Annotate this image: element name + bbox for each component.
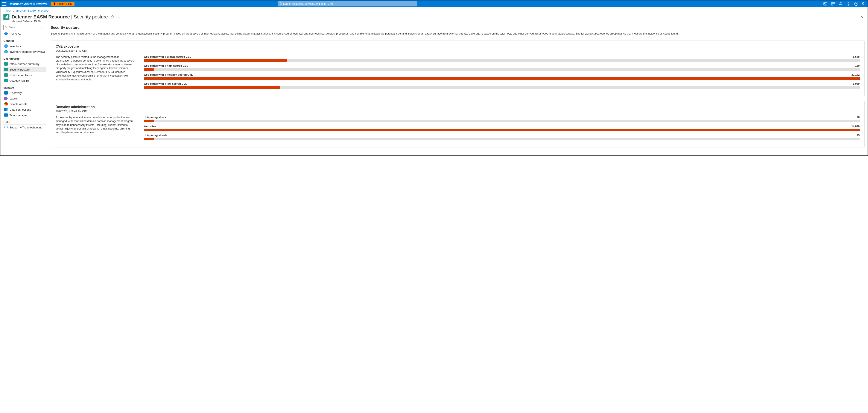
- sidebar-item-inventory-changes[interactable]: Inventory changes (Preview): [3, 49, 46, 55]
- metric-bar: [144, 86, 860, 89]
- breadcrumb: Home › Defender EASM Resource: [0, 7, 868, 13]
- sidebar-item-gdpr[interactable]: GDPR compliance: [3, 72, 46, 78]
- sidebar-group-general: General: [3, 38, 46, 43]
- sidebar-item-label: Labels: [9, 97, 18, 100]
- sidebar-item-task-manager[interactable]: Task manager: [3, 112, 46, 118]
- top-nav-bar: Microsoft Azure (Preview) Report a bug ?: [0, 0, 868, 7]
- metric-value: 6,029: [853, 82, 860, 85]
- content-title: Security posture: [51, 26, 865, 30]
- sidebar-item-label: GDPR compliance: [9, 74, 32, 77]
- sidebar-item-security-posture[interactable]: Security posture: [3, 67, 46, 72]
- close-blade-icon[interactable]: ✕: [860, 14, 865, 19]
- sidebar-search[interactable]: [3, 25, 40, 30]
- sidebar-item-label: Data connections: [9, 108, 31, 111]
- sidebar-item-overview[interactable]: Overview: [3, 31, 46, 37]
- metric-bar: [144, 138, 860, 140]
- svg-point-0: [54, 3, 56, 5]
- card-description: A measure by who and where domains for a…: [56, 116, 135, 143]
- metric-value: 14,090: [851, 125, 860, 128]
- grid-icon: [4, 108, 8, 111]
- svg-rect-10: [832, 4, 833, 5]
- card-description: The security posture related to the mana…: [56, 55, 135, 91]
- metric-bar: [144, 77, 860, 80]
- svg-point-5: [280, 3, 282, 4]
- chart-icon: [4, 79, 8, 82]
- tag-icon: [4, 97, 8, 100]
- global-search[interactable]: [278, 1, 417, 6]
- globe-icon: [4, 50, 8, 54]
- metric-row[interactable]: Web pages with a low scored CVE 6,029: [144, 82, 860, 89]
- sidebar-search-input[interactable]: [8, 26, 38, 29]
- content-intro: Security posture is a measurement of the…: [51, 32, 865, 36]
- favorite-star-icon[interactable]: [111, 15, 114, 19]
- help-icon: [4, 126, 8, 129]
- metric-value: 78: [857, 116, 860, 119]
- notifications-icon[interactable]: [839, 2, 843, 6]
- top-right-icons: ?: [823, 2, 866, 6]
- metric-label: Web pages with a medium scored CVE: [144, 73, 193, 76]
- feedback-icon[interactable]: [862, 2, 866, 6]
- sidebar-group-manage: Manage: [3, 85, 46, 90]
- sidebar-item-label: Attack surface summary: [9, 62, 39, 66]
- brand-label[interactable]: Microsoft Azure (Preview): [10, 2, 46, 6]
- sidebar-item-label: Support + Troubleshooting: [9, 126, 42, 129]
- breadcrumb-separator: ›: [13, 9, 14, 13]
- metric-label: Unique registrants: [144, 134, 167, 137]
- metric-value: 95: [857, 134, 860, 137]
- cloud-shell-icon[interactable]: [823, 2, 827, 6]
- binoculars-icon: [4, 91, 8, 95]
- sidebar-item-owasp[interactable]: OWASP Top 10: [3, 78, 46, 83]
- help-icon[interactable]: ?: [854, 2, 858, 6]
- chart-icon: [4, 62, 8, 66]
- breadcrumb-current[interactable]: Defender EASM Resource: [16, 9, 49, 13]
- metric-row[interactable]: Unique registrars 78: [144, 116, 860, 122]
- sidebar-item-label: Inventory: [9, 45, 21, 48]
- sidebar-item-inventory[interactable]: Inventory: [3, 43, 46, 49]
- metric-bar: [144, 129, 860, 131]
- svg-line-19: [6, 28, 7, 28]
- hamburger-menu-icon[interactable]: [2, 2, 6, 6]
- more-actions-icon[interactable]: ···: [117, 15, 120, 19]
- content-area: Security posture Security posture is a m…: [51, 25, 865, 152]
- sidebar-item-labels[interactable]: Labels: [3, 96, 46, 101]
- metric-value: 32,182: [851, 73, 860, 76]
- sidebar-item-label: Task manager: [9, 114, 27, 117]
- svg-text:?: ?: [856, 3, 857, 5]
- sidebar-item-data-connections[interactable]: Data connections: [3, 107, 46, 112]
- report-bug-label: Report a bug: [57, 2, 72, 5]
- resource-name: Defender EASM Resource: [11, 14, 70, 20]
- svg-rect-16: [6, 16, 7, 19]
- resource-menu-sidebar: « Overview General Inventory Inventory c…: [3, 25, 46, 152]
- metric-value: 6,588: [853, 55, 860, 58]
- report-bug-button[interactable]: Report a bug: [51, 2, 74, 6]
- metric-label: Web pages with a high scored CVE: [144, 64, 188, 67]
- sidebar-item-discovery[interactable]: Discovery: [3, 90, 46, 96]
- metric-row[interactable]: Unique registrants 95: [144, 134, 860, 140]
- metric-row[interactable]: Web pages with a critical scored CVE 6,5…: [144, 55, 860, 62]
- metric-label: Web sites: [144, 125, 156, 128]
- metrics-list: Web pages with a critical scored CVE 6,5…: [144, 55, 860, 91]
- global-search-input[interactable]: [283, 2, 415, 6]
- directory-icon[interactable]: [831, 2, 835, 6]
- svg-rect-15: [5, 17, 5, 19]
- svg-rect-9: [833, 2, 835, 4]
- card-cve-exposure: CVE exposure 9/26/2023, 5:39:41 AM CDT T…: [51, 40, 865, 96]
- tasks-icon: [4, 113, 8, 117]
- resource-type-icon: [3, 14, 9, 20]
- metric-row[interactable]: Web pages with a medium scored CVE 32,18…: [144, 73, 860, 80]
- bug-icon: [53, 2, 56, 5]
- sidebar-item-billable[interactable]: Billable assets: [3, 101, 46, 107]
- sidebar-item-support[interactable]: Support + Troubleshooting: [3, 125, 46, 130]
- metric-row[interactable]: Web pages with a high scored CVE 130: [144, 64, 860, 71]
- card-timestamp: 9/26/2023, 5:39:41 AM CDT: [56, 110, 860, 113]
- sidebar-item-label: Security posture: [9, 68, 30, 71]
- svg-point-11: [848, 3, 849, 5]
- breadcrumb-home[interactable]: Home: [3, 9, 11, 13]
- sidebar-item-label: Overview: [9, 32, 21, 36]
- metric-label: Web pages with a low scored CVE: [144, 82, 187, 85]
- settings-icon[interactable]: [846, 2, 850, 6]
- metric-bar: [144, 59, 860, 62]
- page-title: Defender EASM Resource | Security postur…: [11, 14, 108, 20]
- sidebar-item-attack-surface[interactable]: Attack surface summary: [3, 61, 46, 67]
- metric-row[interactable]: Web sites 14,090: [144, 125, 860, 131]
